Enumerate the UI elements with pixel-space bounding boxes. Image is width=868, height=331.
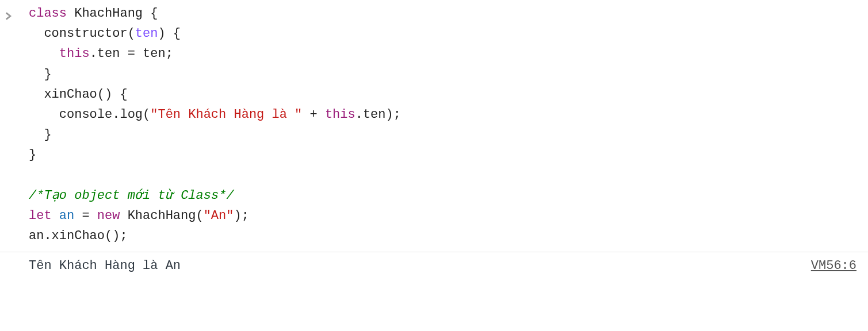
semicolon: ; [393, 107, 401, 122]
brace-close: } [29, 148, 36, 162]
console-output-row: Tên Khách Hàng là An VM56:6 [0, 252, 868, 279]
dot: . [90, 47, 97, 61]
brace-open: { [173, 26, 181, 41]
keyword-let: let [29, 209, 52, 223]
arg-an: "An" [204, 209, 234, 223]
semicolon: ; [120, 229, 127, 243]
equals: = [74, 209, 97, 223]
semicolon: ; [166, 47, 173, 61]
chevron-right-icon [5, 7, 13, 27]
prop-ten: ten [363, 107, 386, 122]
paren-close: ) [158, 26, 165, 41]
keyword-this: this [325, 107, 355, 122]
dot: . [355, 107, 363, 122]
empty-parens: () [97, 87, 112, 102]
brace-close: } [44, 67, 51, 82]
dot: . [44, 229, 51, 243]
equals: = [120, 47, 143, 61]
source-link[interactable]: VM56:6 [811, 256, 856, 276]
method-name: xinChao [44, 87, 97, 102]
class-name: KhachHang [74, 6, 143, 21]
prop-ten: ten [97, 47, 120, 61]
param-ten-use: ten [143, 47, 166, 61]
keyword-this: this [59, 47, 90, 61]
paren-open: ( [196, 209, 203, 223]
plus: + [302, 107, 325, 122]
brace-open: { [150, 6, 158, 21]
call-method: xinChao [52, 229, 105, 243]
console-input-row: class KhachHang { constructor(ten) { thi… [0, 0, 868, 252]
comment: /*Tạo object mới từ Class*/ [29, 188, 234, 203]
param-ten: ten [135, 26, 158, 41]
empty-parens: () [105, 229, 120, 243]
call-target: an [29, 229, 44, 243]
semicolon: ; [242, 209, 249, 223]
keyword-new: new [97, 209, 120, 223]
brace-close: } [44, 128, 51, 142]
constructor-keyword: constructor [44, 26, 127, 41]
paren-open: ( [128, 26, 135, 41]
ctor-call: KhachHang [128, 209, 196, 223]
var-an: an [59, 209, 74, 223]
console-log-output: Tên Khách Hàng là An [29, 256, 811, 276]
console-ident: console [59, 107, 112, 122]
log-ident: log [120, 107, 143, 122]
paren-open: ( [143, 107, 150, 122]
brace-open: { [120, 87, 127, 102]
code-input[interactable]: class KhachHang { constructor(ten) { thi… [29, 3, 863, 246]
paren-close: ) [234, 209, 241, 223]
dot: . [112, 107, 120, 122]
log-string: "Tên Khách Hàng là " [150, 107, 302, 122]
keyword-class: class [29, 6, 67, 21]
paren-close: ) [386, 107, 393, 122]
